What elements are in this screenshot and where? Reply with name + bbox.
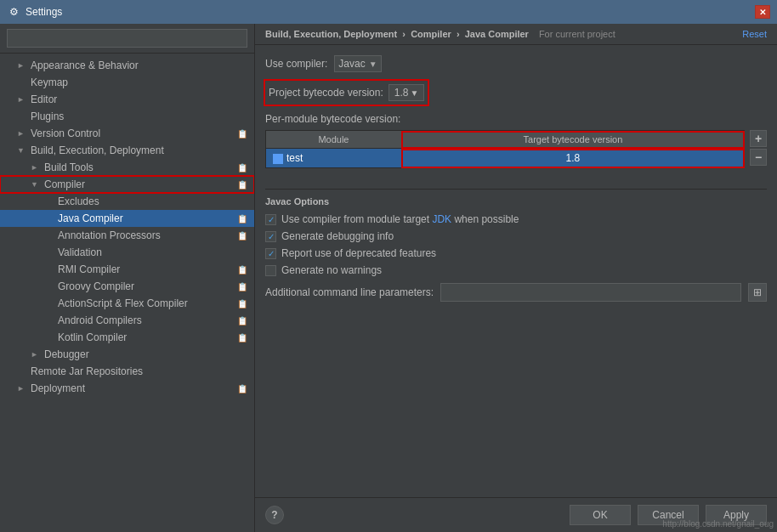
remove-module-button[interactable]: −: [750, 149, 767, 166]
sidebar-item-label: Validation: [58, 246, 102, 258]
sidebar-item-keymap[interactable]: Keymap: [0, 74, 254, 91]
help-button[interactable]: ?: [265, 506, 284, 524]
sidebar-item-label: RMI Compiler: [58, 263, 120, 275]
sidebar-item-version-control[interactable]: ►Version Control📋: [0, 125, 254, 142]
tree-arrow-icon: ►: [17, 61, 27, 70]
sidebar-item-editor[interactable]: ►Editor: [0, 91, 254, 108]
tree-arrow-icon: ▼: [31, 180, 41, 189]
bytecode-version-value: 1.8: [394, 87, 409, 99]
cb-label: Report use of deprecated features: [281, 247, 436, 259]
title-bar: ⚙ Settings ✕: [0, 0, 777, 24]
copy-icon: 📋: [237, 299, 247, 308]
module-name: test: [266, 149, 402, 168]
sidebar-item-build-execution[interactable]: ▼Build, Execution, Deployment: [0, 142, 254, 159]
window-title: Settings: [26, 6, 750, 18]
sidebar-item-debugger[interactable]: ►Debugger: [0, 346, 254, 363]
sidebar-item-build-tools[interactable]: ►Build Tools📋: [0, 159, 254, 176]
module-table: Module Target bytecode version test 1.8: [265, 130, 745, 168]
cb-label: Use compiler from module target JDK when…: [281, 213, 519, 225]
copy-icon: 📋: [237, 180, 247, 190]
sidebar-item-label: ActionScript & Flex Compiler: [58, 297, 188, 309]
breadcrumb: Build, Execution, Deployment › Compiler …: [255, 24, 777, 45]
checkbox-no-warnings[interactable]: [265, 265, 276, 276]
app-icon: ⚙: [7, 5, 20, 19]
checkbox-row-deprecated: ✓Report use of deprecated features: [265, 247, 767, 259]
tree-arrow-icon: ►: [31, 163, 41, 172]
cmd-params-row: Additional command line parameters: ⊞: [265, 283, 767, 302]
table-row[interactable]: test 1.8: [266, 149, 745, 168]
main-container: ►Appearance & Behavior Keymap►Editor Plu…: [0, 24, 777, 532]
sidebar-item-label: Build, Execution, Deployment: [31, 144, 164, 156]
bytecode-version-select[interactable]: 1.8 ▼: [388, 84, 425, 101]
sidebar-item-appearance[interactable]: ►Appearance & Behavior: [0, 57, 254, 74]
copy-icon: 📋: [237, 333, 247, 342]
sidebar-item-java-compiler[interactable]: Java Compiler📋: [0, 210, 254, 227]
copy-icon: 📋: [237, 163, 247, 173]
sidebar-item-excludes[interactable]: Excludes: [0, 193, 254, 210]
sidebar-item-deployment[interactable]: ►Deployment📋: [0, 380, 254, 397]
tree-arrow-icon: ►: [17, 129, 27, 138]
cb-label: Generate debugging info: [281, 230, 394, 242]
sidebar-item-label: Groovy Compiler: [58, 280, 134, 292]
table-buttons: + −: [750, 130, 767, 166]
col-target: Target bytecode version: [401, 131, 744, 149]
module-table-container: Module Target bytecode version test 1.8 …: [265, 130, 767, 182]
sidebar-item-actionscript-compiler[interactable]: ActionScript & Flex Compiler📋: [0, 295, 254, 312]
sidebar-item-label: Plugins: [31, 110, 64, 122]
sidebar-item-label: Remote Jar Repositories: [31, 365, 143, 377]
ok-button[interactable]: OK: [570, 505, 631, 525]
sidebar-item-label: Version Control: [31, 127, 100, 139]
content-body: Use compiler: Javac ▼ Project bytecode v…: [255, 45, 777, 497]
copy-icon: 📋: [237, 129, 247, 139]
use-compiler-row: Use compiler: Javac ▼: [265, 55, 767, 72]
checkbox-debugging-info[interactable]: ✓: [265, 231, 276, 242]
cmd-expand-button[interactable]: ⊞: [748, 283, 767, 302]
sidebar-item-label: Annotation Processors: [58, 229, 161, 241]
tree-arrow-icon: ▼: [17, 146, 27, 155]
sidebar-item-label: Keymap: [31, 76, 68, 88]
checkbox-row-no-warnings: Generate no warnings: [265, 264, 767, 276]
sidebar-item-label: Kotlin Compiler: [58, 331, 127, 343]
tree-arrow-icon: ►: [17, 384, 27, 393]
sidebar-item-remote-jar-repos[interactable]: Remote Jar Repositories: [0, 363, 254, 380]
divider: [265, 189, 767, 190]
cmd-input[interactable]: [440, 283, 741, 302]
sidebar-tree: ►Appearance & Behavior Keymap►Editor Plu…: [0, 54, 254, 532]
javac-options-title: Javac Options: [265, 196, 767, 207]
compiler-select[interactable]: Javac ▼: [334, 55, 381, 72]
sidebar-item-label: Deployment: [31, 382, 85, 394]
per-module-label: Per-module bytecode version:: [265, 113, 767, 125]
sidebar-item-label: Excludes: [58, 195, 99, 207]
tree-arrow-icon: ►: [31, 350, 41, 359]
sidebar-item-android-compilers[interactable]: Android Compilers📋: [0, 312, 254, 329]
checkbox-use-compiler[interactable]: ✓: [265, 214, 276, 225]
copy-icon: 📋: [237, 282, 247, 291]
sidebar-item-annotation-processors[interactable]: Annotation Processors📋: [0, 227, 254, 244]
sidebar-item-plugins[interactable]: Plugins: [0, 108, 254, 125]
module-icon: [273, 154, 283, 164]
sidebar-item-groovy-compiler[interactable]: Groovy Compiler📋: [0, 278, 254, 295]
close-button[interactable]: ✕: [755, 5, 770, 19]
col-module: Module: [266, 131, 402, 149]
content-panel: Build, Execution, Deployment › Compiler …: [255, 24, 777, 532]
sidebar-item-label: Appearance & Behavior: [31, 59, 139, 71]
sidebar-item-rmi-compiler[interactable]: RMI Compiler📋: [0, 261, 254, 278]
copy-icon: 📋: [237, 214, 247, 224]
search-box: [0, 24, 254, 54]
sidebar-item-validation[interactable]: Validation: [0, 244, 254, 261]
cb-label: Generate no warnings: [281, 264, 382, 276]
sidebar-item-compiler[interactable]: ▼Compiler📋: [0, 176, 254, 193]
sidebar-item-label: Java Compiler: [58, 212, 123, 224]
sidebar-item-label: Android Compilers: [58, 314, 142, 326]
checkboxes-container: ✓Use compiler from module target JDK whe…: [265, 213, 767, 276]
sidebar: ►Appearance & Behavior Keymap►Editor Plu…: [0, 24, 255, 532]
reset-link[interactable]: Reset: [742, 29, 767, 39]
sidebar-item-kotlin-compiler[interactable]: Kotlin Compiler📋: [0, 329, 254, 346]
copy-icon: 📋: [237, 265, 247, 274]
copy-icon: 📋: [237, 384, 247, 393]
use-compiler-label: Use compiler:: [265, 58, 327, 70]
search-input[interactable]: [7, 29, 247, 48]
add-module-button[interactable]: +: [750, 130, 767, 147]
checkbox-deprecated[interactable]: ✓: [265, 248, 276, 259]
checkbox-row-debugging-info: ✓Generate debugging info: [265, 230, 767, 242]
